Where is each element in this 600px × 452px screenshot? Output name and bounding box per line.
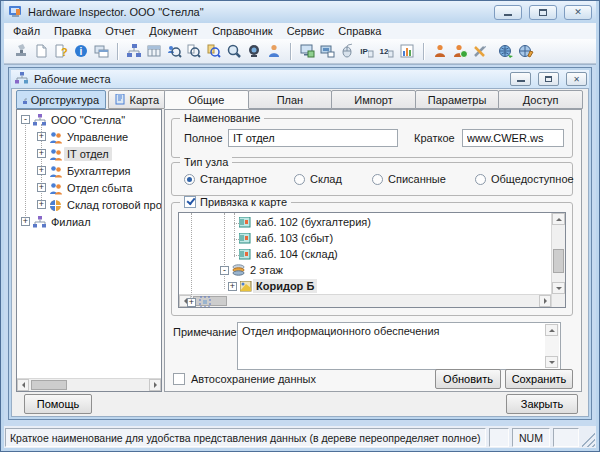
vscroll-thumb[interactable] [553, 249, 564, 273]
table-icon[interactable] [144, 41, 164, 61]
menu-file[interactable]: Файл [6, 24, 47, 38]
tab-access[interactable]: Доступ [498, 90, 583, 109]
sitemap-icon[interactable] [124, 41, 144, 61]
expand-icon[interactable]: + [37, 183, 46, 192]
refresh-button[interactable]: Обновить [435, 369, 501, 389]
windows-icon[interactable] [91, 41, 111, 61]
arrow-left-icon [19, 382, 25, 388]
webcam-icon[interactable] [244, 41, 264, 61]
mouse-icon[interactable] [337, 41, 357, 61]
scroll-right-button[interactable] [149, 379, 161, 391]
tools-icon[interactable] [470, 41, 490, 61]
tree-item-it-otdel[interactable]: + IT отдел [17, 146, 161, 163]
map-binding-checkbox[interactable] [184, 196, 196, 208]
menu-reference[interactable]: Справочник [205, 24, 280, 38]
menu-document[interactable]: Документ [142, 24, 205, 38]
expand-icon[interactable]: + [228, 282, 237, 291]
autosave-checkbox-row[interactable]: Автосохранение данных [173, 373, 316, 385]
ip-icon[interactable]: IP [357, 41, 377, 61]
chart-icon[interactable] [397, 41, 417, 61]
tree-item-otdel-sbyta[interactable]: + Отдел сбыта [17, 180, 161, 197]
globe-sync-icon[interactable] [496, 41, 516, 61]
search-doc-icon[interactable] [204, 41, 224, 61]
user-orange-icon[interactable] [430, 41, 450, 61]
map-item-corridor-b[interactable]: + Коридор Б [179, 279, 551, 295]
map-tree-hscrollbar[interactable] [179, 294, 551, 307]
note-textarea[interactable]: Отдел информационного обеспечения [237, 322, 561, 370]
monitor-disk-icon[interactable] [317, 41, 337, 61]
org-tree-hscrollbar[interactable] [17, 378, 161, 391]
mdi-minimize-button[interactable] [510, 72, 531, 86]
scroll-right-button[interactable] [539, 295, 551, 307]
map-item-label: 2 этаж [247, 263, 286, 277]
maximize-button[interactable] [529, 5, 557, 20]
expand-icon[interactable]: + [37, 200, 46, 209]
expand-icon[interactable]: + [37, 166, 46, 175]
radio-warehouse[interactable]: Склад [294, 173, 342, 185]
tree-item-buhgalteria[interactable]: + Бухгалтерия [17, 163, 161, 180]
document-icon[interactable] [31, 41, 51, 61]
menu-service[interactable]: Сервис [280, 24, 332, 38]
workplaces-title-bar[interactable]: Рабочие места ✕ [11, 70, 589, 88]
resize-grip[interactable] [582, 428, 595, 447]
magnifier-icon[interactable] [224, 41, 244, 61]
minimize-button[interactable] [494, 5, 522, 20]
mdi-restore-button[interactable] [538, 72, 559, 86]
stamp-icon[interactable] [11, 41, 31, 61]
floor-icon [232, 264, 245, 278]
user-online-icon[interactable] [450, 41, 470, 61]
note-scrollbar[interactable] [545, 324, 559, 368]
search-edit-icon[interactable] [184, 41, 204, 61]
radio-warehouse-label: Склад [310, 173, 342, 185]
expand-icon[interactable]: + [187, 298, 196, 307]
tab-general[interactable]: Общие [164, 90, 249, 109]
collapse-icon[interactable]: - [21, 115, 30, 124]
tab-import[interactable]: Импорт [331, 90, 416, 109]
mdi-close-button[interactable]: ✕ [566, 72, 587, 86]
tree-item-stella[interactable]: - ООО "Стелла" [17, 112, 161, 129]
scroll-down-button[interactable] [552, 282, 565, 294]
tree-item-sklad[interactable]: + Склад готовой проду [17, 197, 161, 214]
map-tree-vscrollbar[interactable] [551, 213, 565, 307]
menu-edit[interactable]: Правка [47, 24, 98, 38]
menu-help[interactable]: Справка [331, 24, 388, 38]
tab-parameters[interactable]: Параметры [415, 90, 500, 109]
short-name-input[interactable] [462, 129, 564, 147]
scroll-up-button[interactable] [552, 213, 565, 225]
scroll-left-button[interactable] [17, 379, 29, 391]
autosave-checkbox[interactable] [173, 373, 185, 385]
tree-item-filial[interactable]: + Филиал [17, 214, 161, 231]
tree-item-upravlenie[interactable]: + Управление [17, 129, 161, 146]
tab-plan[interactable]: План [248, 90, 333, 109]
full-name-input[interactable] [228, 129, 398, 147]
collapse-icon[interactable]: - [220, 266, 229, 275]
tab-orgstructure[interactable]: Оргструктура [16, 90, 106, 109]
room-icon [239, 217, 251, 230]
globe-edit-icon[interactable] [516, 41, 536, 61]
close-button[interactable]: ✕ [564, 5, 592, 20]
title-bar[interactable]: Hardware Inspector. ООО "Стелла" ✕ [4, 1, 596, 23]
user-icon[interactable] [264, 41, 284, 61]
help-button[interactable]: Помощь [24, 394, 92, 414]
document-question-icon[interactable]: ? [51, 41, 71, 61]
toolbar-group-hardware: IP 12 [293, 41, 421, 62]
tab-map[interactable]: Карта [108, 90, 166, 109]
search-user-icon[interactable] [164, 41, 184, 61]
expand-icon[interactable]: + [21, 217, 30, 226]
expand-icon[interactable]: + [37, 149, 46, 158]
scroll-down-button[interactable] [545, 356, 558, 368]
info-icon[interactable]: i [71, 41, 91, 61]
close-window-button[interactable]: Закрыть [506, 394, 578, 414]
radio-public[interactable]: Общедоступное [475, 173, 574, 185]
monitor-icon[interactable] [297, 41, 317, 61]
map-item-floor2[interactable]: - 2 этаж [179, 263, 551, 279]
save-button[interactable]: Сохранить [505, 369, 573, 389]
scroll-up-button[interactable] [545, 324, 558, 336]
expand-icon[interactable]: + [37, 132, 46, 141]
number-12-icon[interactable]: 12 [377, 41, 397, 61]
hscroll-thumb[interactable] [31, 380, 67, 390]
org-icon [33, 216, 47, 231]
menu-report[interactable]: Отчет [98, 24, 142, 38]
radio-standard[interactable]: Стандартное [184, 173, 267, 185]
radio-writtenoff[interactable]: Списанные [372, 173, 446, 185]
